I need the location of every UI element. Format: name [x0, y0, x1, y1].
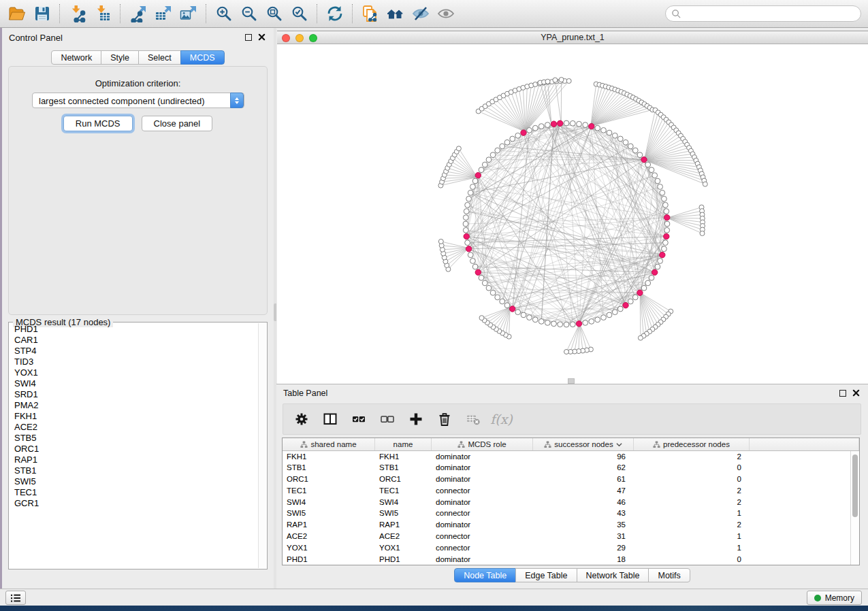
column-header-MCDS-role[interactable]: MCDS role: [432, 438, 533, 450]
table-cell: 43: [533, 508, 634, 520]
import-table-button[interactable]: [90, 2, 115, 25]
table-cell: YOX1: [283, 542, 375, 554]
mcds-result-item[interactable]: SWI4: [10, 378, 257, 389]
clone-network-button[interactable]: [357, 2, 383, 25]
table-cell: STB1: [375, 463, 432, 474]
gear-button[interactable]: [289, 406, 314, 432]
export-network-icon: [129, 5, 147, 22]
table-cell: SWI5: [375, 508, 432, 520]
deselect-all-checkboxes-button[interactable]: [374, 406, 400, 432]
mcds-result-item[interactable]: TEC1: [10, 487, 257, 498]
desktop-edge-bottom: [0, 606, 868, 611]
add-column-button[interactable]: [403, 406, 428, 432]
zoom-in-button[interactable]: [211, 2, 236, 25]
float-panel-icon[interactable]: [245, 34, 252, 41]
tab-mcds[interactable]: MCDS: [180, 50, 225, 65]
open-file-button[interactable]: [4, 2, 29, 25]
zoom-out-button[interactable]: [236, 2, 261, 25]
hide-selected-button[interactable]: [408, 2, 433, 25]
tab-node-table[interactable]: Node Table: [454, 568, 516, 582]
task-history-button[interactable]: [5, 591, 26, 605]
refresh-layout-button[interactable]: [322, 2, 347, 25]
table-row[interactable]: FKH1FKH1dominator962: [283, 451, 850, 463]
export-network-button[interactable]: [125, 2, 150, 25]
tab-edge-table[interactable]: Edge Table: [515, 568, 577, 582]
mcds-result-item[interactable]: GCR1: [10, 498, 257, 509]
save-session-button[interactable]: [29, 2, 54, 25]
mcds-result-group: MCDS result (17 nodes) PHD1CAR1STP4TID3Y…: [8, 322, 268, 569]
mcds-result-item[interactable]: YOX1: [10, 367, 257, 378]
tab-network[interactable]: Network: [51, 50, 101, 65]
table-cell: 96: [533, 451, 634, 463]
column-header-shared-name[interactable]: shared name: [283, 438, 375, 450]
mcds-result-item[interactable]: TID3: [10, 357, 257, 367]
mcds-result-item[interactable]: RAP1: [10, 455, 257, 465]
network-canvas[interactable]: [277, 44, 868, 384]
zoom-fit-button[interactable]: [261, 2, 287, 25]
save-session-icon: [33, 5, 51, 22]
close-table-panel-icon[interactable]: [852, 389, 860, 397]
table-scrollbar[interactable]: [850, 451, 859, 565]
table-cell: TEC1: [375, 485, 432, 497]
table-cell: SWI4: [375, 497, 432, 508]
mcds-result-item[interactable]: CAR1: [10, 335, 257, 346]
column-header-successor-nodes[interactable]: successor nodes: [533, 438, 634, 450]
zoom-selected-button[interactable]: [287, 2, 312, 25]
table-row[interactable]: SWI5SWI5connector431: [283, 508, 850, 520]
search-input[interactable]: [681, 7, 861, 20]
tab-style[interactable]: Style: [101, 50, 139, 65]
mcds-result-item[interactable]: ACE2: [10, 422, 257, 433]
mcds-result-item[interactable]: PMA2: [10, 400, 257, 411]
table-scrollbar-thumb[interactable]: [852, 455, 858, 517]
delete-column-button[interactable]: [432, 406, 457, 432]
run-mcds-button[interactable]: Run MCDS: [63, 116, 133, 131]
mcds-result-item[interactable]: SRD1: [10, 389, 257, 400]
mcds-result-item[interactable]: SWI5: [10, 476, 257, 487]
mcds-result-item[interactable]: STB5: [10, 433, 257, 444]
mcds-result-scrollbar[interactable]: [258, 323, 266, 568]
table-row[interactable]: ORC1ORC1dominator610: [283, 474, 850, 486]
select-all-checkboxes-button[interactable]: [346, 406, 371, 432]
table-cell: 1: [634, 542, 750, 554]
table-cell: dominator: [432, 474, 533, 486]
table-row[interactable]: SWI4SWI4dominator462: [283, 497, 850, 508]
toolbar-groups: [4, 2, 458, 25]
tab-network-table[interactable]: Network Table: [577, 568, 649, 582]
table-row[interactable]: PHD1PHD1dominator180: [283, 554, 850, 565]
first-neighbors-button[interactable]: [383, 2, 408, 25]
table-cell: dominator: [432, 497, 533, 508]
network-canvas-svg: [277, 44, 868, 384]
criterion-dropdown[interactable]: largest connected component (undirected): [32, 93, 244, 108]
table-row[interactable]: TEC1TEC1connector472: [283, 485, 850, 497]
apply-function-button[interactable]: f(x): [489, 406, 514, 432]
memory-button[interactable]: Memory: [807, 591, 862, 605]
table-row[interactable]: ACE2ACE2connector311: [283, 531, 850, 543]
show-all-button[interactable]: [433, 2, 458, 25]
export-image-button[interactable]: [176, 2, 201, 25]
table-row[interactable]: YOX1YOX1connector291: [283, 542, 850, 554]
table-cell: 0: [634, 554, 750, 565]
tab-select[interactable]: Select: [138, 50, 181, 65]
mcds-result-item[interactable]: STB1: [10, 465, 257, 476]
column-header-predecessor-nodes[interactable]: predecessor nodes: [634, 438, 750, 450]
import-network-button[interactable]: [65, 2, 90, 25]
mcds-result-item[interactable]: FKH1: [10, 411, 257, 422]
float-table-panel-icon[interactable]: [839, 390, 846, 397]
mcds-result-item[interactable]: PHD1: [10, 324, 257, 335]
table-row[interactable]: STB1STB1dominator620: [283, 463, 850, 474]
export-table-button[interactable]: [150, 2, 176, 25]
close-panel-button[interactable]: Close panel: [142, 116, 213, 131]
close-panel-icon[interactable]: [258, 33, 266, 41]
tab-motifs[interactable]: Motifs: [648, 568, 690, 582]
table-row[interactable]: RAP1RAP1dominator352: [283, 520, 850, 531]
delete-table-button[interactable]: [460, 406, 485, 432]
table-toolbar: f(x): [283, 403, 861, 435]
control-panel: Control Panel NetworkStyleSelectMCDS Opt…: [2, 28, 274, 589]
table-cell: SWI4: [283, 497, 375, 508]
column-header-name[interactable]: name: [375, 438, 432, 450]
mcds-result-item[interactable]: STP4: [10, 346, 257, 357]
toolbar-separator: [317, 4, 317, 23]
split-panel-button[interactable]: [317, 406, 342, 432]
mcds-result-item[interactable]: ORC1: [10, 444, 257, 455]
canvas-drag-handle[interactable]: [568, 378, 575, 384]
